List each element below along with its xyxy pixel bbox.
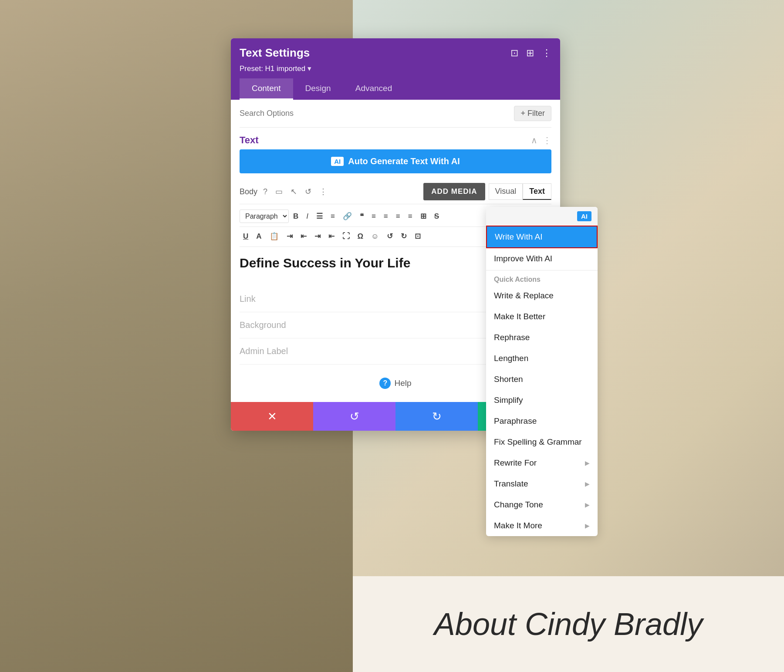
make-it-better-label: Make It Better (494, 312, 545, 321)
mobile-icon[interactable]: ▭ (273, 186, 285, 198)
make-it-more-arrow: ▶ (585, 522, 590, 529)
lengthen-label: Lengthen (494, 354, 528, 363)
lengthen-item[interactable]: Lengthen (486, 348, 598, 369)
undo2-button[interactable]: ↺ (383, 230, 396, 243)
translate-label: Translate (494, 479, 528, 489)
shorten-label: Shorten (494, 375, 523, 384)
text-section-header: Text ∧ ⋮ (240, 128, 551, 149)
panel-header: Text Settings ⊡ ⊞ ⋮ Preset: H1 imported … (231, 38, 560, 100)
tab-visual[interactable]: Visual (489, 183, 523, 200)
about-title: About Cindy Bradly (434, 606, 703, 642)
paste-text-button[interactable]: 📋 (266, 230, 282, 243)
panel-preset: Preset: H1 imported ▾ (240, 64, 551, 73)
paraphrase-label: Paraphrase (494, 416, 537, 426)
help-label[interactable]: Help (394, 378, 411, 388)
change-tone-arrow: ▶ (585, 501, 590, 508)
section-more-icon[interactable]: ⋮ (543, 135, 551, 145)
paragraph-select[interactable]: Paragraph (240, 209, 289, 223)
align-right-button[interactable]: ≡ (392, 210, 404, 223)
tab-advanced[interactable]: Advanced (343, 78, 405, 100)
align-left-button[interactable]: ≡ (368, 210, 379, 223)
write-with-ai-label: Write With AI (495, 232, 542, 242)
emoji-button[interactable]: ☺ (368, 230, 382, 243)
panel-title: Text Settings (240, 46, 310, 60)
ai-dropdown-header: AI (486, 207, 598, 226)
ai-generate-button[interactable]: AI Auto Generate Text With AI (240, 149, 551, 173)
filter-button[interactable]: + Filter (514, 106, 551, 121)
change-tone-label: Change Tone (494, 500, 543, 510)
more-options-icon[interactable]: ⋮ (317, 186, 329, 198)
table-button[interactable]: ⊞ (417, 209, 430, 223)
translate-item[interactable]: Translate ▶ (486, 473, 598, 494)
undo-icon: ↺ (350, 410, 359, 423)
fix-spelling-label: Fix Spelling & Grammar (494, 437, 582, 447)
tab-text[interactable]: Text (523, 183, 551, 200)
expand-icon[interactable]: ⊡ (510, 47, 518, 59)
layout-icon[interactable]: ⊞ (526, 47, 534, 59)
search-row: + Filter (240, 100, 551, 128)
improve-with-ai-item[interactable]: Improve With AI (486, 248, 598, 269)
text-color-button[interactable]: A (253, 230, 265, 243)
ai-dropdown: AI Write With AI Improve With AI Quick A… (486, 207, 598, 536)
rewrite-for-item[interactable]: Rewrite For ▶ (486, 453, 598, 473)
change-tone-item[interactable]: Change Tone ▶ (486, 494, 598, 515)
tab-content[interactable]: Content (240, 78, 293, 100)
redo-icon: ↻ (432, 410, 442, 423)
make-it-more-label: Make It More (494, 521, 542, 530)
fullscreen-button[interactable]: ⛶ (339, 230, 353, 243)
cancel-button[interactable]: ✕ (231, 402, 313, 431)
section-icons: ∧ ⋮ (531, 135, 551, 145)
ai-dropdown-badge: AI (577, 211, 591, 221)
align-center-button[interactable]: ≡ (380, 210, 392, 223)
tab-design[interactable]: Design (293, 78, 343, 100)
paraphrase-item[interactable]: Paraphrase (486, 411, 598, 432)
more-icon[interactable]: ⋮ (542, 47, 551, 59)
help-icon-small[interactable]: ? (261, 186, 270, 198)
strikethrough-button[interactable]: S (431, 210, 443, 223)
undo-icon[interactable]: ↺ (303, 186, 314, 198)
redo-button[interactable]: ↻ (395, 402, 478, 431)
outdent-button[interactable]: ⇤ (297, 230, 310, 243)
shorten-item[interactable]: Shorten (486, 369, 598, 390)
justify-button[interactable]: ≡ (405, 210, 416, 223)
ordered-list-button[interactable]: ≡ (327, 210, 338, 223)
indent-button[interactable]: ⇥ (283, 230, 296, 243)
rewrite-for-label: Rewrite For (494, 458, 537, 468)
body-label: Body (240, 187, 257, 196)
panel-header-icons: ⊡ ⊞ ⋮ (510, 47, 551, 59)
about-section: About Cindy Bradly (353, 576, 784, 672)
rewrite-for-arrow: ▶ (585, 459, 590, 466)
write-with-ai-item[interactable]: Write With AI (486, 226, 598, 248)
add-media-button[interactable]: ADD MEDIA (423, 183, 485, 200)
quick-actions-label: Quick Actions (486, 271, 598, 285)
simplify-item[interactable]: Simplify (486, 390, 598, 411)
link-button[interactable]: 🔗 (339, 209, 355, 223)
improve-with-ai-label: Improve With AI (494, 254, 552, 263)
bold-button[interactable]: B (290, 210, 302, 223)
extra-button[interactable]: ⊡ (411, 230, 424, 243)
translate-arrow: ▶ (585, 480, 590, 487)
cursor-icon[interactable]: ↖ (288, 186, 299, 198)
blockquote-button[interactable]: ❝ (356, 209, 367, 223)
make-it-more-item[interactable]: Make It More ▶ (486, 515, 598, 536)
ai-badge: AI (331, 157, 344, 166)
unordered-list-button[interactable]: ☰ (313, 209, 326, 223)
search-options-input[interactable] (240, 109, 514, 118)
rephrase-item[interactable]: Rephrase (486, 327, 598, 348)
write-replace-label: Write & Replace (494, 291, 554, 301)
undo-button[interactable]: ↺ (313, 402, 395, 431)
write-replace-item[interactable]: Write & Replace (486, 285, 598, 306)
underline-button[interactable]: U (240, 230, 252, 243)
redo2-button[interactable]: ↻ (397, 230, 410, 243)
italic-button[interactable]: I (303, 210, 312, 223)
fix-spelling-item[interactable]: Fix Spelling & Grammar (486, 432, 598, 453)
indent2-button[interactable]: ⇥ (311, 230, 324, 243)
simplify-label: Simplify (494, 395, 523, 405)
editor-toolbar-top: Body ? ▭ ↖ ↺ ⋮ ADD MEDIA Visual Text (240, 179, 551, 204)
panel-title-row: Text Settings ⊡ ⊞ ⋮ (240, 46, 551, 60)
panel-tabs: Content Design Advanced (240, 78, 551, 100)
collapse-icon[interactable]: ∧ (531, 135, 537, 145)
outdent2-button[interactable]: ⇤ (325, 230, 338, 243)
make-it-better-item[interactable]: Make It Better (486, 306, 598, 327)
special-char-button[interactable]: Ω (354, 230, 367, 243)
